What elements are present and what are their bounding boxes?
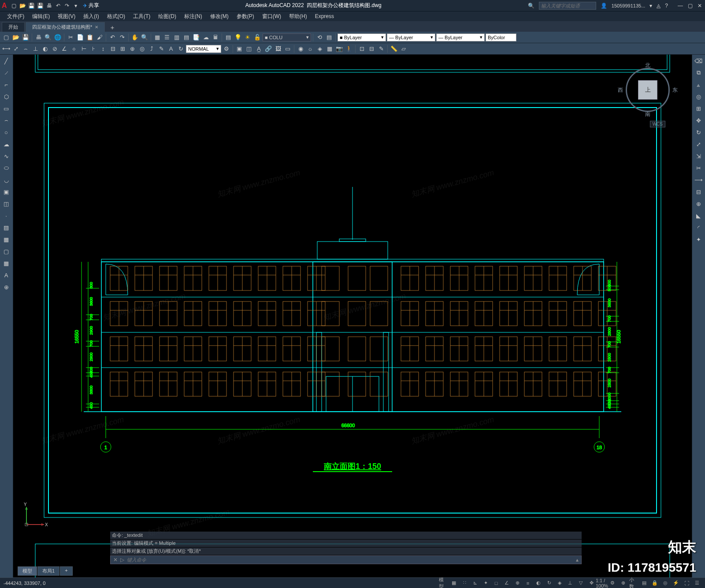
circle-icon[interactable]: ○ (1, 127, 11, 138)
jog-icon[interactable]: ⤴ (147, 45, 156, 53)
polar-icon[interactable]: ✦ (481, 579, 490, 587)
dim-arc-icon[interactable]: ⌢ (21, 45, 30, 53)
linetype-selector[interactable]: — ByLayer▾ (436, 33, 485, 41)
camera-icon[interactable]: 📷 (335, 45, 344, 53)
dim-angular-icon[interactable]: ∠ (60, 45, 69, 53)
new-tab-button[interactable]: ＋ (106, 24, 119, 32)
close-tab-icon[interactable]: ✕ (95, 25, 98, 30)
search-input[interactable] (539, 2, 596, 10)
break-icon[interactable]: ⊟ (693, 186, 704, 197)
menu-view[interactable]: 视图(V) (54, 12, 79, 21)
field-icon[interactable]: ▭ (283, 45, 292, 53)
arc-icon[interactable]: ⌢ (1, 115, 11, 126)
close-icon[interactable]: ✕ (113, 557, 118, 563)
toolpalette-icon[interactable]: ▤ (182, 33, 191, 42)
point-icon[interactable]: · (1, 210, 11, 221)
ellipse-arc-icon[interactable]: ◡ (1, 175, 11, 185)
menu-param[interactable]: 参数(P) (233, 12, 258, 21)
explode-icon[interactable]: ✦ (693, 234, 704, 245)
wcs-label[interactable]: WCS (650, 121, 665, 127)
layer-freeze-icon[interactable]: ☀ (243, 33, 252, 42)
rotate-icon[interactable]: ↻ (693, 127, 704, 138)
signin-icon[interactable]: 👤 (601, 3, 607, 9)
layout-1[interactable]: 布局1 (37, 566, 59, 576)
walk-icon[interactable]: 🚶 (345, 45, 353, 53)
menu-window[interactable]: 窗口(W) (259, 12, 285, 21)
cut-icon[interactable]: ✂ (66, 33, 75, 42)
publish-icon[interactable]: 🌐 (53, 33, 62, 42)
center-mark-icon[interactable]: ⊕ (128, 45, 137, 53)
gizmo-icon[interactable]: ✥ (587, 579, 596, 587)
otrack-icon[interactable]: ∠ (502, 579, 511, 587)
scale-icon[interactable]: ⤢ (693, 139, 704, 149)
units-label[interactable]: 小数 (629, 579, 638, 587)
new-icon[interactable]: ▢ (11, 2, 18, 9)
annotation-scale[interactable]: 1:1 / 100% (597, 579, 606, 587)
block-icon[interactable]: ◫ (245, 45, 253, 53)
qat-dropdown-icon[interactable]: ▾ (72, 2, 79, 9)
selection-filter-icon[interactable]: ▽ (576, 579, 585, 587)
open-icon[interactable]: 📂 (19, 2, 26, 9)
markup-icon[interactable]: ☁ (201, 33, 210, 42)
dim-text-icon[interactable]: A (167, 45, 175, 53)
inspect-icon[interactable]: ◎ (137, 45, 146, 53)
paste-icon[interactable]: 📋 (85, 33, 94, 42)
menu-format[interactable]: 格式(O) (104, 12, 129, 21)
user-label[interactable]: 15059991135... (612, 3, 645, 8)
menu-file[interactable]: 文件(F) (4, 12, 28, 21)
xref-icon[interactable]: 🔗 (264, 45, 273, 53)
dcenter-icon[interactable]: ▥ (172, 33, 181, 42)
group-icon[interactable]: ⊡ (357, 45, 366, 53)
layer-selector[interactable]: ■ COLU▾ (263, 33, 311, 41)
saveas-icon[interactable]: 💾 (37, 2, 44, 9)
layout-model[interactable]: 模型 (18, 566, 37, 576)
dim-break-icon[interactable]: ⊟ (108, 45, 117, 53)
save-icon[interactable]: 💾 (28, 2, 35, 9)
join-icon[interactable]: ⊕ (693, 198, 704, 209)
table-icon[interactable]: ▦ (1, 258, 11, 268)
dim-space-icon[interactable]: ↕ (99, 45, 108, 53)
dimstyle-selector[interactable]: NORMAL▾ (186, 45, 221, 53)
layer-on-icon[interactable]: 💡 (234, 33, 242, 42)
trim-icon[interactable]: ✂ (693, 163, 704, 173)
match-icon[interactable]: 🖌 (95, 33, 104, 42)
stretch-icon[interactable]: ⇲ (693, 151, 704, 161)
zoom-icon[interactable]: 🔍 (140, 33, 149, 42)
fillet-icon[interactable]: ◜ (693, 222, 704, 233)
dim-quick-icon[interactable]: ⟐ (70, 45, 78, 53)
layout-add[interactable]: + (60, 566, 72, 576)
ortho-icon[interactable]: ⊾ (471, 579, 479, 587)
ellipse-icon[interactable]: ⬭ (1, 163, 11, 173)
copy-icon[interactable]: 📄 (76, 33, 85, 42)
grid-icon[interactable]: ▦ (449, 579, 458, 587)
plot-icon[interactable]: 🖶 (46, 2, 53, 9)
transparency-icon[interactable]: ◐ (534, 579, 543, 587)
isolate-icon[interactable]: ◎ (661, 579, 670, 587)
selectall-icon[interactable]: ▦ (153, 33, 162, 42)
material-icon[interactable]: ◈ (315, 45, 324, 53)
dim-ordinate-icon[interactable]: ⊥ (31, 45, 40, 53)
dim-diameter-icon[interactable]: ⊘ (50, 45, 59, 53)
annotation-monitor-icon[interactable]: ⊕ (619, 579, 627, 587)
close-button[interactable]: ✕ (696, 2, 703, 9)
clean-screen-icon[interactable]: ⛶ (682, 579, 691, 587)
sheetset-icon[interactable]: 📑 (192, 33, 200, 42)
offset-icon[interactable]: ◎ (693, 91, 704, 102)
menu-modify[interactable]: 修改(M) (207, 12, 232, 21)
dim-baseline-icon[interactable]: ⊢ (79, 45, 88, 53)
osnap-icon[interactable]: □ (492, 579, 501, 587)
menu-draw[interactable]: 绘图(D) (155, 12, 180, 21)
mapping-icon[interactable]: ▦ (325, 45, 334, 53)
revcloud-icon[interactable]: ☁ (1, 139, 11, 149)
dim-linear-icon[interactable]: ⟷ (2, 45, 11, 53)
tolerance-icon[interactable]: ⊞ (118, 45, 127, 53)
light-icon[interactable]: ☼ (306, 45, 315, 53)
workspace-icon[interactable]: ⚙ (608, 579, 617, 587)
menu-help[interactable]: 帮助(H) (286, 12, 311, 21)
move-icon[interactable]: ✥ (693, 115, 704, 126)
insert-block-icon[interactable]: ▣ (1, 186, 11, 197)
calc-icon[interactable]: 🖩 (211, 33, 220, 42)
viewcube-east[interactable]: 东 (672, 86, 678, 94)
preview-icon[interactable]: 🔍 (44, 33, 52, 42)
polyline-icon[interactable]: ⌐ (1, 79, 11, 90)
